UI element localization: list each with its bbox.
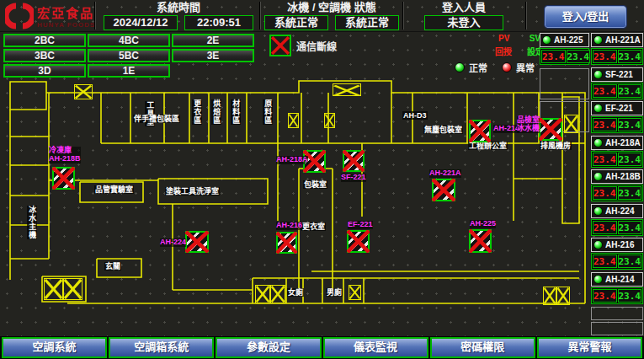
floor-button-4bc[interactable]: 4BC <box>88 34 170 47</box>
tab-ac-system[interactable]: 空調系統 <box>2 337 107 358</box>
room-label: 更衣區 <box>192 99 202 125</box>
monitor-ah-224[interactable]: AH-224 <box>591 204 643 218</box>
system-time-label: 系統時間 <box>98 1 259 14</box>
tab-password-authority[interactable]: 密碼權限 <box>430 337 535 358</box>
monitor-ah-218a-values: 23.423.4 <box>591 151 643 168</box>
logo-icon <box>5 3 34 29</box>
floor-button-3bc[interactable]: 3BC <box>3 49 86 62</box>
room-label: 女廁 <box>287 288 304 297</box>
room-label: 原料區 <box>263 99 273 125</box>
monitor-led-icon <box>542 35 551 45</box>
ahu-unit-label-冰水機: 品檢室 冰水機 <box>517 116 540 133</box>
stairs-icon <box>288 113 299 128</box>
monitor-ah-218b[interactable]: AH-218B <box>591 169 643 184</box>
comm-loss-icon <box>269 35 291 56</box>
ahu-unit-sf-221[interactable] <box>343 150 365 172</box>
monitor-ah-218b-values: 23.423.4 <box>591 185 643 201</box>
abnormal-label: 異常 <box>516 61 535 74</box>
stairs-x <box>564 115 578 133</box>
monitor-ah-214[interactable]: AH-214 <box>591 272 643 287</box>
comm-loss-legend: 通信斷線 <box>269 35 337 56</box>
system-time-section: 系統時間 2024/12/12 22:09:51 <box>98 1 259 31</box>
monitor-led-icon <box>593 172 603 181</box>
floor-button-3e[interactable]: 3E <box>172 49 254 62</box>
stairs-x <box>74 84 93 99</box>
stairs-icon <box>44 278 82 300</box>
stairs-x <box>255 285 270 303</box>
ahu-unit-ef-221[interactable] <box>347 230 370 253</box>
pv-sv-legend: PV SV 回授 設定 <box>495 34 544 57</box>
ahu-unit-label-ah-214: AH-214 <box>493 125 519 133</box>
ahu-unit-label-ah-225: AH-225 <box>470 220 496 228</box>
tab-ahu-system[interactable]: 空調箱系統 <box>109 337 214 358</box>
divider <box>525 2 527 29</box>
login-logout-button[interactable]: 登入/登出 <box>545 6 626 28</box>
system-date-value: 2024/12/12 <box>104 15 178 30</box>
monitor-name-label: AH-221A <box>605 35 641 45</box>
company-name-en: HUNYA FOODS <box>37 21 95 29</box>
ahu-unit-冰水機[interactable] <box>539 118 562 141</box>
monitor-ah-221a[interactable]: AH-221A <box>591 33 643 47</box>
monitor-ah-225[interactable]: AH-225 <box>540 33 589 47</box>
floor-button-2e[interactable]: 2E <box>172 34 254 47</box>
comm-loss-label: 通信斷線 <box>296 39 337 53</box>
pv-value: 23.4 <box>593 118 617 131</box>
monitor-ah-224-values: 23.423.4 <box>591 219 643 236</box>
stairs-x <box>543 287 556 305</box>
ahu-unit-ah-216[interactable] <box>276 232 297 254</box>
stairs-x <box>349 285 361 300</box>
monitor-ah-221a-values: 23.423.4 <box>591 48 643 65</box>
floor-plan: 工具室伴手禮包裝區更衣區烘焙區材料區原料區品管實驗室塗裝工具洗淨室包裝室更衣室A… <box>0 78 589 337</box>
floor-button-1e[interactable]: 1E <box>88 64 170 78</box>
monitor-ah-225-values: 23.423.4 <box>540 48 589 65</box>
floor-button-5bc[interactable]: 5BC <box>88 49 170 62</box>
sv-value: 23.4 <box>618 118 642 131</box>
chiller-status-value: 系統正常 <box>264 15 328 30</box>
room-label: 男廁 <box>326 288 343 297</box>
tab-alarm[interactable]: 異常警報 <box>537 337 642 358</box>
ahu-unit-ah-214[interactable] <box>469 120 491 142</box>
ahu-unit-label-ah-218a: AH-218A <box>276 156 308 164</box>
pv-value: 23.4 <box>593 153 617 166</box>
ahu-status-value: 系統正常 <box>335 15 399 30</box>
tab-parameter-settings[interactable]: 參數設定 <box>216 337 321 358</box>
monitor-ef-221[interactable]: EF-221 <box>591 101 643 115</box>
hmi-screen: 宏亞食品 HUNYA FOODS 系統時間 2024/12/12 22:09:5… <box>0 0 644 359</box>
room-label: 材料區 <box>231 99 241 125</box>
monitor-name-label: SF-221 <box>605 70 633 79</box>
stairs-icon <box>564 115 578 133</box>
ahu-unit-ah-218b[interactable] <box>52 167 75 190</box>
pv-value: 23.4 <box>593 221 617 234</box>
monitor-name-label: AH-214 <box>605 275 634 284</box>
monitor-ah-218a[interactable]: AH-218A <box>591 136 643 150</box>
monitor-name-label: EF-221 <box>605 104 633 113</box>
sv-value: 23.4 <box>567 50 591 63</box>
room-label: 更衣室 <box>301 222 326 231</box>
pv-value: 23.4 <box>593 255 617 268</box>
sv-value: 23.4 <box>618 50 642 63</box>
stairs-icon <box>324 113 335 128</box>
stairs-x <box>288 113 299 128</box>
room-label: 排風機房 <box>540 142 572 150</box>
monitor-sf-221[interactable]: SF-221 <box>591 67 643 82</box>
monitor-led-icon <box>593 275 603 284</box>
ahu-unit-ah-221a[interactable] <box>432 179 455 201</box>
stairs-icon <box>543 287 570 305</box>
pv-value: 23.4 <box>593 289 617 303</box>
room-label: 伴手禮包裝區 <box>133 115 180 123</box>
pv-value: 23.4 <box>593 186 617 200</box>
ahu-unit-ah-225[interactable] <box>469 229 492 253</box>
tab-meter-monitor[interactable]: 儀表監視 <box>323 337 428 358</box>
monitor-ah-216[interactable]: AH-216 <box>591 238 643 252</box>
monitor-led-icon <box>593 240 603 249</box>
room-label: 烘焙區 <box>211 99 221 125</box>
floor-button-3d[interactable]: 3D <box>3 64 86 78</box>
ahu-unit-ah-224[interactable] <box>185 231 209 253</box>
sv-value: 23.4 <box>618 221 642 234</box>
monitor-ef-221-values: 23.423.4 <box>591 116 643 133</box>
sv-value: 23.4 <box>618 289 642 303</box>
ahu-unit-label-ah-221a: AH-221A <box>429 169 461 178</box>
empty-monitor-slot <box>540 68 589 99</box>
stairs-icon <box>74 84 93 99</box>
floor-button-2bc[interactable]: 2BC <box>3 34 86 47</box>
